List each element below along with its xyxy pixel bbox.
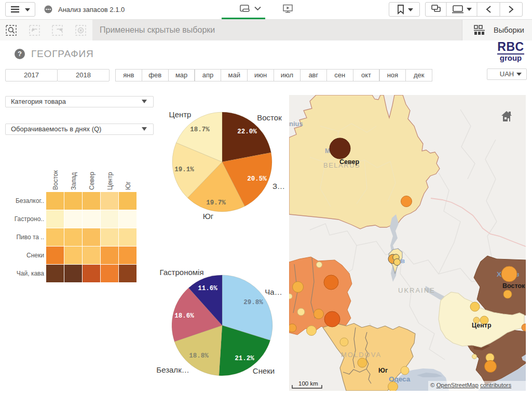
svg-text:Север: Север: [88, 172, 96, 190]
svg-text:М: М: [325, 147, 330, 155]
svg-text:MOLDOVA: MOLDOVA: [341, 351, 381, 359]
svg-text:Восток: Восток: [257, 113, 282, 122]
svg-text:Запад: Запад: [70, 172, 77, 190]
svg-text:Центр: Центр: [472, 322, 492, 329]
svg-text:21.2%: 21.2%: [235, 355, 254, 362]
svg-text:19.1%: 19.1%: [174, 166, 194, 173]
svg-text:Юг: Юг: [378, 367, 388, 374]
svg-text:20.5%: 20.5%: [247, 175, 267, 183]
svg-text:29.8%: 29.8%: [243, 299, 263, 306]
svg-text:Центр: Центр: [106, 172, 114, 190]
svg-text:Юг: Юг: [203, 212, 214, 221]
svg-text:Ча…: Ча…: [265, 288, 282, 296]
svg-text:19.7%: 19.7%: [206, 199, 226, 207]
svg-text:UKRAINE: UKRAINE: [398, 286, 435, 294]
svg-text:Север: Север: [339, 158, 359, 166]
svg-text:18.6%: 18.6%: [174, 312, 194, 320]
svg-text:Юг: Юг: [125, 181, 132, 190]
svg-text:22.0%: 22.0%: [237, 128, 257, 135]
svg-text:Восток: Восток: [52, 170, 59, 190]
svg-text:© OpenStreetMap contributors: © OpenStreetMap contributors: [430, 382, 511, 388]
svg-text:Снеки: Снеки: [253, 366, 275, 375]
svg-text:в: в: [401, 257, 405, 265]
svg-text:18.7%: 18.7%: [190, 126, 210, 133]
svg-text:Центр: Центр: [169, 110, 192, 119]
svg-text:Безалк…: Безалк…: [156, 365, 189, 374]
svg-text:Восток: Восток: [502, 282, 525, 290]
svg-text:nius: nius: [289, 120, 303, 128]
svg-text:З…: З…: [272, 182, 285, 190]
svg-text:100 km: 100 km: [298, 380, 318, 387]
svg-text:18.8%: 18.8%: [189, 352, 209, 360]
svg-text:11.6%: 11.6%: [198, 285, 217, 292]
svg-text:Гастрономія: Гастрономія: [159, 268, 203, 277]
